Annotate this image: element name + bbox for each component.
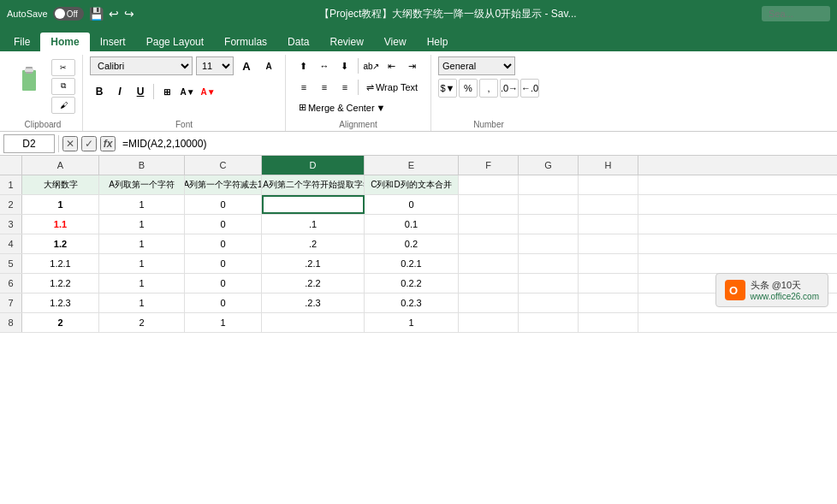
insert-function-button[interactable]: fx	[100, 136, 116, 151]
cell-g3[interactable]	[519, 215, 579, 234]
format-painter-button[interactable]: 🖌	[51, 97, 75, 114]
cell-a8[interactable]: 2	[22, 313, 99, 332]
cell-reference-input[interactable]	[3, 134, 55, 153]
cell-d8[interactable]	[262, 313, 365, 332]
formula-input[interactable]	[119, 134, 834, 153]
col-header-f[interactable]: F	[459, 156, 519, 175]
cell-g5[interactable]	[519, 254, 579, 273]
cell-f4[interactable]	[459, 234, 519, 253]
cell-e7[interactable]: 0.2.3	[365, 294, 459, 312]
cell-b8[interactable]: 2	[99, 313, 185, 332]
cell-a6[interactable]: 1.2.2	[22, 274, 99, 293]
cell-e3[interactable]: 0.1	[365, 215, 459, 234]
col-header-d[interactable]: D	[262, 156, 365, 175]
cell-g6[interactable]	[519, 274, 579, 293]
cut-button[interactable]: ✂	[51, 59, 75, 76]
cell-b7[interactable]: 1	[99, 294, 185, 312]
cell-e1[interactable]: C列和D列的文本合并	[365, 175, 459, 194]
row-num-2[interactable]: 2	[0, 195, 22, 214]
autosave-toggle[interactable]: Off	[53, 7, 84, 21]
undo-icon[interactable]: ↩	[109, 7, 119, 21]
increase-font-button[interactable]: A	[237, 56, 256, 75]
cell-a2[interactable]: 1	[22, 195, 99, 214]
cell-a3[interactable]: 1.1	[22, 215, 99, 234]
tab-review[interactable]: Review	[319, 33, 373, 51]
cell-f6[interactable]	[459, 274, 519, 293]
cell-c2[interactable]: 0	[185, 195, 262, 214]
decrease-font-button[interactable]: A	[259, 56, 278, 75]
search-input[interactable]	[762, 6, 830, 21]
cell-f1[interactable]	[459, 175, 519, 194]
indent-increase-button[interactable]: ⇥	[403, 56, 422, 75]
orientation-button[interactable]: ab↗	[362, 56, 381, 75]
border-button[interactable]: ⊞	[157, 82, 176, 101]
dollar-button[interactable]: $▼	[438, 79, 457, 98]
cell-h5[interactable]	[579, 254, 638, 273]
cell-e4[interactable]: 0.2	[365, 234, 459, 253]
cell-f8[interactable]	[459, 313, 519, 332]
align-middle-button[interactable]: ↔	[315, 56, 334, 75]
font-color-button[interactable]: A▼	[199, 82, 217, 101]
paste-button[interactable]	[10, 59, 48, 98]
cell-d3[interactable]: .1	[262, 215, 365, 234]
cell-g1[interactable]	[519, 175, 579, 194]
tab-formulas[interactable]: Formulas	[214, 33, 277, 51]
cell-f2[interactable]	[459, 195, 519, 214]
cell-b4[interactable]: 1	[99, 234, 185, 253]
align-bottom-button[interactable]: ⬇	[335, 56, 354, 75]
tab-page-layout[interactable]: Page Layout	[136, 33, 214, 51]
cell-h6[interactable]	[579, 274, 638, 293]
cell-e5[interactable]: 0.2.1	[365, 254, 459, 273]
cell-g2[interactable]	[519, 195, 579, 214]
cell-a7[interactable]: 1.2.3	[22, 294, 99, 312]
cell-c8[interactable]: 1	[185, 313, 262, 332]
cell-c7[interactable]: 0	[185, 294, 262, 312]
decrease-decimal-button[interactable]: ←.0	[520, 79, 539, 98]
cell-h1[interactable]	[579, 175, 638, 194]
tab-file[interactable]: File	[3, 33, 40, 51]
cell-b1[interactable]: A列取第一个字符	[99, 175, 185, 194]
cell-h2[interactable]	[579, 195, 638, 214]
cell-c5[interactable]: 0	[185, 254, 262, 273]
tab-view[interactable]: View	[374, 33, 417, 51]
cell-c4[interactable]: 0	[185, 234, 262, 253]
cell-b5[interactable]: 1	[99, 254, 185, 273]
cell-h3[interactable]	[579, 215, 638, 234]
comma-button[interactable]: ,	[479, 79, 498, 98]
redo-icon[interactable]: ↪	[124, 7, 134, 21]
row-num-3[interactable]: 3	[0, 215, 22, 234]
bold-button[interactable]: B	[90, 82, 109, 101]
cell-d4[interactable]: .2	[262, 234, 365, 253]
tab-help[interactable]: Help	[417, 33, 459, 51]
fill-color-button[interactable]: A▼	[178, 82, 197, 101]
tab-data[interactable]: Data	[277, 33, 319, 51]
cell-g4[interactable]	[519, 234, 579, 253]
cell-b6[interactable]: 1	[99, 274, 185, 293]
cell-e8[interactable]: 1	[365, 313, 459, 332]
cell-e2[interactable]: 0	[365, 195, 459, 214]
cell-d1[interactable]: 从A列第二个字符开始提取字符	[262, 175, 365, 194]
cell-a4[interactable]: 1.2	[22, 234, 99, 253]
align-center-button[interactable]: ≡	[315, 78, 334, 97]
tab-insert[interactable]: Insert	[90, 33, 136, 51]
col-header-b[interactable]: B	[99, 156, 185, 175]
cell-a5[interactable]: 1.2.1	[22, 254, 99, 273]
cell-a1[interactable]: 大纲数字	[22, 175, 99, 194]
cell-c6[interactable]: 0	[185, 274, 262, 293]
copy-button[interactable]: ⧉	[51, 78, 75, 95]
cell-d2[interactable]	[262, 195, 365, 214]
indent-decrease-button[interactable]: ⇤	[383, 56, 401, 75]
cell-b3[interactable]: 1	[99, 215, 185, 234]
increase-decimal-button[interactable]: .0→	[500, 79, 519, 98]
tab-home[interactable]: Home	[40, 33, 89, 51]
italic-button[interactable]: I	[110, 82, 129, 101]
save-icon[interactable]: 💾	[89, 7, 104, 21]
cell-c1[interactable]: A列第一个字符减去1	[185, 175, 262, 194]
col-header-a[interactable]: A	[22, 156, 99, 175]
cell-d6[interactable]: .2.2	[262, 274, 365, 293]
row-num-1[interactable]: 1	[0, 175, 22, 194]
cell-c3[interactable]: 0	[185, 215, 262, 234]
row-num-6[interactable]: 6	[0, 274, 22, 293]
align-left-button[interactable]: ≡	[294, 78, 313, 97]
cell-h7[interactable]	[579, 294, 638, 312]
